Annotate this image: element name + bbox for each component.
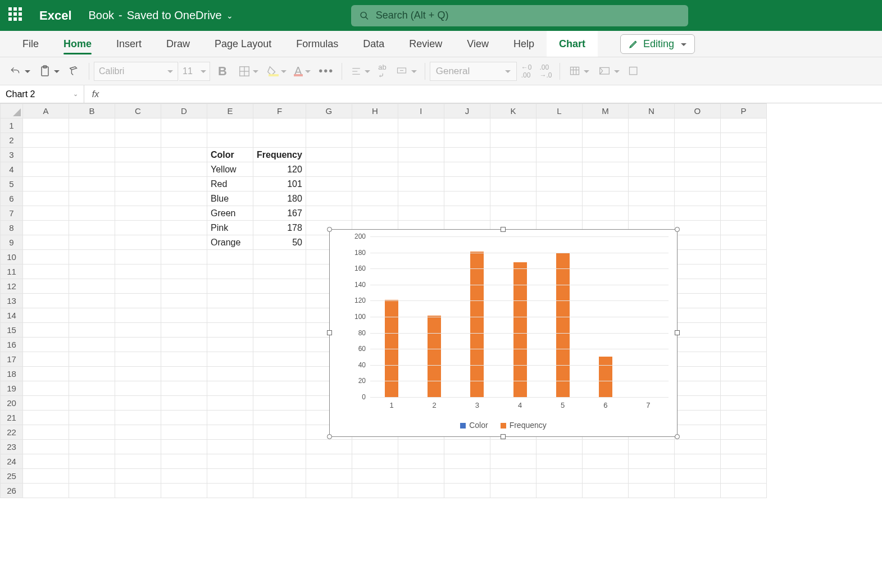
cell[interactable] — [352, 133, 398, 148]
cell[interactable] — [69, 396, 115, 411]
cell[interactable]: 120 — [253, 162, 306, 177]
row-header[interactable]: 25 — [1, 469, 23, 484]
cell[interactable] — [628, 454, 674, 469]
cell[interactable] — [69, 352, 115, 367]
cell[interactable] — [720, 221, 766, 235]
cell[interactable] — [674, 235, 720, 250]
cell[interactable] — [674, 192, 720, 206]
cell[interactable] — [207, 454, 253, 469]
cell[interactable] — [115, 118, 161, 133]
row-header[interactable]: 16 — [1, 338, 23, 352]
bold-button[interactable]: B — [211, 61, 234, 81]
select-all-corner[interactable] — [1, 104, 23, 118]
cell[interactable] — [628, 148, 674, 162]
borders-button[interactable] — [235, 61, 262, 81]
cell[interactable] — [490, 177, 536, 192]
cell[interactable] — [23, 338, 69, 352]
cell[interactable] — [536, 118, 582, 133]
cell[interactable] — [306, 148, 352, 162]
cell[interactable] — [398, 148, 444, 162]
cell[interactable] — [69, 308, 115, 323]
cell[interactable] — [444, 148, 490, 162]
cell[interactable] — [161, 133, 207, 148]
cell[interactable] — [207, 308, 253, 323]
cell[interactable] — [253, 411, 306, 425]
cell[interactable] — [115, 454, 161, 469]
cell[interactable] — [23, 352, 69, 367]
cell[interactable] — [398, 206, 444, 221]
cell[interactable] — [674, 177, 720, 192]
cell[interactable] — [490, 440, 536, 454]
cell[interactable] — [115, 206, 161, 221]
cell[interactable]: Red — [207, 177, 253, 192]
cell[interactable] — [398, 177, 444, 192]
cell[interactable] — [628, 206, 674, 221]
cell[interactable] — [207, 411, 253, 425]
cell[interactable] — [720, 235, 766, 250]
cell[interactable] — [23, 206, 69, 221]
cell[interactable] — [628, 162, 674, 177]
cell[interactable] — [490, 192, 536, 206]
row-header[interactable]: 24 — [1, 454, 23, 469]
cell[interactable] — [115, 469, 161, 484]
font-size-select[interactable]: 11 — [179, 62, 210, 81]
cell[interactable]: Orange — [207, 235, 253, 250]
resize-handle[interactable] — [675, 330, 680, 335]
cell[interactable] — [674, 440, 720, 454]
cell[interactable] — [352, 206, 398, 221]
format-table-button[interactable] — [565, 61, 593, 81]
cell[interactable] — [161, 484, 207, 498]
cell[interactable]: Color — [207, 148, 253, 162]
cell[interactable] — [161, 425, 207, 440]
column-header[interactable]: I — [398, 104, 444, 118]
row-header[interactable]: 5 — [1, 177, 23, 192]
cell[interactable] — [398, 192, 444, 206]
cell[interactable] — [628, 192, 674, 206]
cell[interactable] — [207, 294, 253, 308]
cell[interactable] — [720, 192, 766, 206]
cell[interactable] — [161, 469, 207, 484]
cell[interactable] — [444, 118, 490, 133]
cell[interactable] — [720, 425, 766, 440]
cell[interactable]: 180 — [253, 192, 306, 206]
cell[interactable] — [69, 440, 115, 454]
cell[interactable] — [490, 206, 536, 221]
cell[interactable] — [490, 133, 536, 148]
cell[interactable] — [536, 162, 582, 177]
tab-draw[interactable]: Draw — [154, 31, 202, 57]
cell[interactable] — [115, 265, 161, 279]
cell[interactable] — [674, 469, 720, 484]
resize-handle[interactable] — [327, 330, 332, 335]
cell[interactable] — [720, 294, 766, 308]
cell[interactable] — [69, 454, 115, 469]
cell[interactable] — [207, 484, 253, 498]
cell[interactable] — [352, 118, 398, 133]
cell[interactable] — [23, 235, 69, 250]
cell[interactable] — [720, 396, 766, 411]
cell[interactable] — [115, 381, 161, 396]
row-header[interactable]: 22 — [1, 425, 23, 440]
column-header[interactable]: H — [352, 104, 398, 118]
cell[interactable] — [720, 469, 766, 484]
cell[interactable] — [628, 440, 674, 454]
cell[interactable] — [207, 323, 253, 338]
cell[interactable] — [444, 469, 490, 484]
cell[interactable] — [444, 440, 490, 454]
cell[interactable] — [207, 381, 253, 396]
cell[interactable] — [253, 118, 306, 133]
column-header[interactable]: K — [490, 104, 536, 118]
cell[interactable] — [115, 279, 161, 294]
increase-decimal-button[interactable]: .00→.0 — [536, 61, 555, 81]
row-header[interactable]: 13 — [1, 294, 23, 308]
cell[interactable] — [253, 454, 306, 469]
cell[interactable] — [115, 133, 161, 148]
row-header[interactable]: 7 — [1, 206, 23, 221]
cell[interactable] — [23, 308, 69, 323]
cell[interactable] — [69, 381, 115, 396]
cell[interactable] — [253, 440, 306, 454]
cell[interactable] — [398, 118, 444, 133]
cell[interactable] — [582, 177, 628, 192]
column-header[interactable]: B — [69, 104, 115, 118]
cell[interactable] — [720, 250, 766, 265]
cell[interactable] — [674, 294, 720, 308]
